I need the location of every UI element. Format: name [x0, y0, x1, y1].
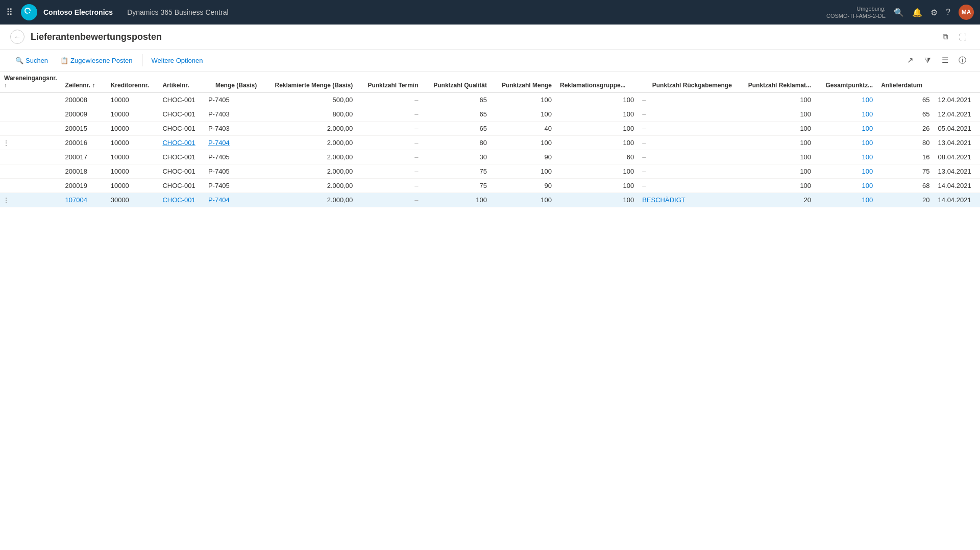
- settings-icon[interactable]: ⚙: [930, 8, 938, 17]
- cell-wareneingang: 200008: [61, 92, 107, 107]
- row-menu-cell: [0, 179, 61, 193]
- table-row[interactable]: ⋮10700430000CHOC-001P-74042.000,00–10010…: [0, 193, 980, 207]
- row-menu-cell: [0, 92, 61, 107]
- col-header-anlieferdatum[interactable]: Anlieferdatum: [877, 71, 934, 92]
- table-cell: 10000: [107, 107, 159, 122]
- app-name: Contoso Electronics: [43, 8, 113, 16]
- topbar: ⠿ Contoso Electronics Dynamics 365 Busin…: [0, 0, 980, 25]
- table-cell: 65: [877, 92, 934, 107]
- table-cell: 2.000,00: [261, 179, 357, 193]
- table-cell: 100: [423, 193, 491, 207]
- product-name: Dynamics 365 Business Central: [127, 8, 820, 16]
- cell-reklamationsgruppe: –: [638, 150, 736, 164]
- fullscreen-button[interactable]: ⛶: [955, 30, 970, 44]
- col-header-pz-termin[interactable]: Punktzahl Termin: [357, 71, 422, 92]
- info-icon-button[interactable]: ⓘ: [954, 53, 970, 68]
- row-menu-cell: ⋮: [0, 136, 61, 150]
- table-row[interactable]: 20001510000CHOC-001P-74032.000,00–654010…: [0, 122, 980, 136]
- table-row[interactable]: 20000810000CHOC-001P-7405500,00–65100100…: [0, 92, 980, 107]
- table-cell: 40: [491, 122, 556, 136]
- cell-pz-reklamat: 100: [815, 193, 877, 207]
- table-row[interactable]: 20000910000CHOC-001P-7403800,00–65100100…: [0, 107, 980, 122]
- table-cell: 68: [877, 179, 934, 193]
- cell-reklamationsgruppe: –: [638, 136, 736, 150]
- table-cell: 65: [877, 107, 934, 122]
- assigned-posts-button[interactable]: 📋 Zugewiesene Posten: [55, 54, 137, 67]
- table-cell: CHOC-001: [158, 107, 204, 122]
- col-header-wareneingang[interactable]: Wareneingangsnr.↑: [0, 71, 61, 92]
- col-header-reklamationsgruppe[interactable]: Reklamationsgruppe...: [556, 71, 638, 92]
- cell-pz-reklamat: 100: [815, 107, 877, 122]
- cell-reklamationsgruppe[interactable]: BESCHÄDIGT: [638, 193, 736, 207]
- page-header: ← Lieferantenbewertungsposten ⧉ ⛶: [0, 25, 980, 50]
- waffle-icon[interactable]: ⠿: [6, 7, 13, 18]
- table-row[interactable]: 20001910000CHOC-001P-74052.000,00–759010…: [0, 179, 980, 193]
- table-cell: 500,00: [261, 92, 357, 107]
- table-cell: 100: [736, 164, 815, 179]
- toolbar-separator: [142, 54, 142, 66]
- table-header-row: Wareneingangsnr.↑ Zeilennr. ↑ Kreditoren…: [0, 71, 980, 92]
- back-button[interactable]: ←: [10, 30, 24, 44]
- cell-wareneingang: 200017: [61, 150, 107, 164]
- cell-wareneingang[interactable]: 107004: [61, 193, 107, 207]
- table-cell: 26: [877, 122, 934, 136]
- col-header-pz-menge[interactable]: Punktzahl Menge: [491, 71, 556, 92]
- more-options-button[interactable]: Weitere Optionen: [146, 54, 208, 67]
- table-container: Wareneingangsnr.↑ Zeilennr. ↑ Kreditoren…: [0, 71, 980, 550]
- table-cell: P-7403: [204, 122, 261, 136]
- col-header-rekl-menge[interactable]: Reklamierte Menge (Basis): [261, 71, 357, 92]
- columns-icon-button[interactable]: ☰: [937, 53, 952, 68]
- table-cell: 16: [877, 150, 934, 164]
- environment-info: Umgebung: COSMO-TH-AMS-2-DE: [826, 5, 886, 20]
- table-cell: 80: [877, 136, 934, 150]
- row-menu-cell: [0, 164, 61, 179]
- table-row[interactable]: ⋮20001610000CHOC-001P-74042.000,00–80100…: [0, 136, 980, 150]
- col-header-menge[interactable]: Menge (Basis): [204, 71, 261, 92]
- table-cell: 100: [556, 92, 638, 107]
- table-cell[interactable]: CHOC-001: [158, 136, 204, 150]
- assigned-icon: 📋: [60, 57, 68, 64]
- table-cell: 100: [556, 107, 638, 122]
- table-cell: P-7405: [204, 179, 261, 193]
- row-menu-cell: [0, 150, 61, 164]
- share-icon-button[interactable]: ↗: [902, 53, 918, 68]
- table-cell[interactable]: P-7404: [204, 136, 261, 150]
- popout-button[interactable]: ⧉: [938, 30, 952, 44]
- cell-rekl-menge: –: [357, 164, 422, 179]
- table-cell: 12.04.2021: [934, 92, 980, 107]
- table-cell: 65: [423, 122, 491, 136]
- col-header-kreditorennr[interactable]: Kreditorennr.: [107, 71, 159, 92]
- table-row[interactable]: 20001710000CHOC-001P-74052.000,00–309060…: [0, 150, 980, 164]
- table-cell: 30000: [107, 193, 159, 207]
- cell-rekl-menge: –: [357, 92, 422, 107]
- col-header-artikelnr[interactable]: Artikelnr.: [158, 71, 204, 92]
- more-options-label: Weitere Optionen: [152, 57, 203, 64]
- table-cell: 100: [556, 122, 638, 136]
- table-cell: 65: [423, 107, 491, 122]
- filter-icon-button[interactable]: ⧩: [920, 53, 935, 68]
- row-context-menu-button[interactable]: ⋮: [1, 195, 11, 205]
- cell-wareneingang: 200018: [61, 164, 107, 179]
- search-button[interactable]: 🔍 Suchen: [10, 54, 53, 67]
- cell-pz-reklamat: 100: [815, 179, 877, 193]
- cell-wareneingang: 200019: [61, 179, 107, 193]
- row-context-menu-button[interactable]: ⋮: [1, 138, 11, 148]
- avatar[interactable]: MA: [959, 5, 974, 20]
- col-header-gesamtpunktz[interactable]: Gesamtpunktz...: [815, 71, 877, 92]
- table-row[interactable]: 20001810000CHOC-001P-74052.000,00–751001…: [0, 164, 980, 179]
- table-cell[interactable]: CHOC-001: [158, 193, 204, 207]
- help-icon[interactable]: ?: [946, 8, 950, 17]
- table-cell: 80: [423, 136, 491, 150]
- cell-pz-reklamat: 100: [815, 122, 877, 136]
- col-header-pz-qualitaet[interactable]: Punktzahl Qualität: [423, 71, 491, 92]
- table-cell[interactable]: P-7404: [204, 193, 261, 207]
- table-cell: CHOC-001: [158, 122, 204, 136]
- cell-pz-reklamat: 100: [815, 150, 877, 164]
- table-cell: 60: [556, 150, 638, 164]
- col-header-zeilennr[interactable]: Zeilennr. ↑: [61, 71, 107, 92]
- col-header-pz-reklamat[interactable]: Punktzahl Reklamat...: [736, 71, 815, 92]
- search-icon[interactable]: 🔍: [894, 8, 904, 17]
- col-header-pz-rueckgabe[interactable]: Punktzahl Rückgabemenge: [638, 71, 736, 92]
- svg-point-0: [25, 8, 30, 13]
- notifications-icon[interactable]: 🔔: [912, 8, 922, 17]
